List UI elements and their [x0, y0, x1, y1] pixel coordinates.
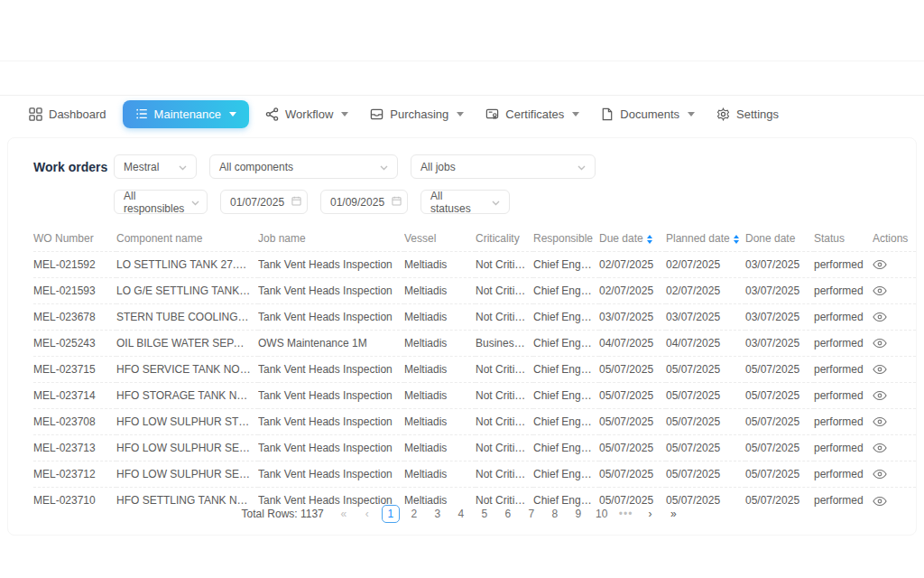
nav-item-settings[interactable]: Settings — [706, 100, 790, 128]
nav-label: Maintenance — [154, 107, 221, 121]
cell-planned: 02/07/2025 — [666, 277, 745, 303]
view-eye-icon[interactable] — [873, 285, 887, 296]
cell-done: 03/07/2025 — [745, 251, 814, 277]
cell-done: 05/07/2025 — [745, 408, 814, 434]
cell-component: HFO LOW SULPHUR STORAGE T... — [116, 408, 258, 434]
cell-responsible: Chief Engin... — [533, 356, 599, 382]
nav-item-dashboard[interactable]: Dashboard — [18, 100, 117, 128]
cell-vessel: Meltiadis — [404, 461, 476, 487]
table-row: MEL-021592LO SETTLING TANK 27.0-31.0 (16… — [33, 251, 916, 277]
pagination: Total Rows: 1137 « ‹ 12345678910 ••• › » — [8, 505, 916, 523]
responsibles-select[interactable]: All responsibles — [114, 190, 208, 214]
cell-due: 05/07/2025 — [599, 461, 666, 487]
page-button-4[interactable]: 4 — [452, 505, 470, 523]
view-eye-icon[interactable] — [873, 416, 887, 427]
jobs-select[interactable]: All jobs — [411, 154, 596, 179]
table-row: MEL-023714HFO STORAGE TANK NO.2 SB 39...… — [33, 382, 916, 408]
table-row: MEL-025243OIL BILGE WATER SEPARATOROWS M… — [33, 330, 916, 356]
cell-criticality: Not Critical — [476, 408, 533, 434]
col-job-name: Job name — [258, 227, 404, 251]
nav-item-maintenance[interactable]: Maintenance — [123, 100, 249, 128]
cell-planned: 05/07/2025 — [666, 408, 745, 434]
cell-planned: 05/07/2025 — [666, 356, 745, 382]
prev-page-button[interactable]: ‹ — [358, 505, 376, 523]
cell-job: Tank Vent Heads Inspection — [258, 277, 404, 303]
sort-icon[interactable] — [647, 235, 652, 244]
page-button-6[interactable]: 6 — [499, 505, 517, 523]
cell-criticality: Not Critical — [476, 356, 533, 382]
page-button-3[interactable]: 3 — [429, 505, 447, 523]
cell-criticality: Business ... — [476, 330, 533, 356]
next-page-button[interactable]: › — [641, 505, 659, 523]
cell-wo: MEL-023713 — [33, 434, 116, 461]
cell-wo: MEL-023708 — [33, 408, 116, 434]
table-row: MEL-023713HFO LOW SULPHUR SETTLING T...T… — [33, 434, 916, 461]
cell-vessel: Meltiadis — [404, 382, 476, 408]
cell-status: performed — [814, 408, 873, 434]
view-eye-icon[interactable] — [873, 312, 887, 322]
view-eye-icon[interactable] — [873, 259, 887, 270]
cell-responsible: Chief Engin... — [533, 330, 599, 356]
page-button-7[interactable]: 7 — [522, 505, 541, 523]
cell-planned: 05/07/2025 — [666, 382, 745, 408]
nav-item-certificates[interactable]: Certificates — [475, 100, 590, 128]
cell-actions — [873, 461, 916, 487]
cell-vessel: Meltiadis — [404, 303, 476, 330]
chevron-down-icon — [341, 112, 348, 117]
nav-item-workflow[interactable]: Workflow — [254, 100, 359, 128]
view-eye-icon[interactable] — [873, 390, 887, 401]
view-eye-icon[interactable] — [873, 364, 887, 375]
page-button-1[interactable]: 1 — [382, 505, 400, 523]
nav-label: Dashboard — [49, 107, 106, 121]
nav-item-documents[interactable]: Documents — [590, 100, 706, 128]
cell-responsible: Chief Engin... — [533, 251, 599, 277]
vessel-select[interactable]: Mestral — [114, 154, 197, 179]
first-page-button[interactable]: « — [335, 505, 353, 523]
page-button-2[interactable]: 2 — [405, 505, 423, 523]
cell-job: Tank Vent Heads Inspection — [258, 408, 404, 434]
cell-criticality: Not Critical — [476, 303, 533, 330]
nav-label: Certificates — [505, 107, 564, 121]
table-row: MEL-023712HFO LOW SULPHUR SERVICE TA...T… — [33, 461, 916, 487]
cell-vessel: Meltiadis — [404, 408, 476, 434]
col-due-date[interactable]: Due date — [599, 227, 666, 251]
page-button-8[interactable]: 8 — [546, 505, 564, 523]
view-eye-icon[interactable] — [873, 469, 887, 480]
view-eye-icon[interactable] — [873, 338, 887, 349]
cell-actions — [873, 251, 916, 277]
view-eye-icon[interactable] — [873, 443, 887, 453]
chevron-down-icon — [688, 112, 695, 117]
certificates-badge-icon — [485, 107, 499, 121]
statuses-select[interactable]: All statuses — [420, 190, 510, 214]
cell-wo: MEL-023678 — [33, 303, 116, 330]
settings-gear-icon — [716, 107, 730, 121]
last-page-button[interactable]: » — [664, 505, 682, 523]
nav-item-purchasing[interactable]: Purchasing — [359, 100, 475, 128]
page-button-9[interactable]: 9 — [569, 505, 587, 523]
page-button-10[interactable]: 10 — [593, 505, 611, 523]
cell-responsible: Chief Engin... — [533, 382, 599, 408]
dashboard-grid-icon — [29, 107, 42, 121]
cell-component: LO SETTLING TANK 27.0-31.0 (16... — [116, 251, 258, 277]
chevron-down-icon — [191, 196, 199, 209]
sort-icon[interactable] — [734, 235, 739, 244]
cell-planned: 02/07/2025 — [666, 251, 745, 277]
date-from-input[interactable]: 01/07/2025 — [220, 190, 308, 214]
workflow-share-icon — [265, 107, 279, 121]
table-body: MEL-021592LO SETTLING TANK 27.0-31.0 (16… — [33, 251, 916, 513]
cell-job: Tank Vent Heads Inspection — [258, 434, 404, 461]
components-select[interactable]: All components — [209, 154, 398, 179]
page-button-5[interactable]: 5 — [476, 505, 494, 523]
nav-label: Settings — [736, 107, 779, 121]
cell-wo: MEL-021592 — [33, 251, 116, 277]
calendar-icon — [291, 196, 301, 209]
cell-job: Tank Vent Heads Inspection — [258, 303, 404, 330]
cell-component: HFO STORAGE TANK NO.2 SB 39.... — [116, 382, 258, 408]
cell-status: performed — [814, 251, 873, 277]
date-to-input[interactable]: 01/09/2025 — [320, 190, 408, 214]
cell-vessel: Meltiadis — [404, 251, 476, 277]
pagination-ellipsis[interactable]: ••• — [616, 505, 636, 523]
col-actions: Actions — [873, 227, 916, 251]
cell-criticality: Not Critical — [476, 277, 533, 303]
col-planned-date[interactable]: Planned date — [666, 227, 745, 251]
